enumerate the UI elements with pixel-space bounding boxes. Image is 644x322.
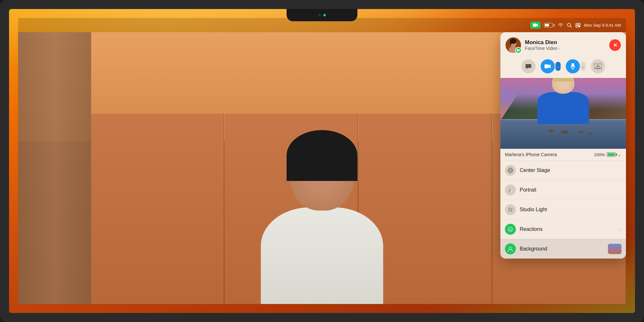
portrait-icon: ƒ <box>505 185 516 195</box>
remote-hair <box>554 78 573 81</box>
menu-item-center-stage[interactable]: Center Stage <box>500 160 626 180</box>
avatar-container <box>506 37 521 53</box>
background-icon <box>505 243 516 254</box>
menubar-facetime-icon[interactable] <box>530 22 541 29</box>
svg-rect-15 <box>545 64 548 68</box>
svg-marker-14 <box>519 49 520 51</box>
menu-item-studio-light[interactable]: Studio Light <box>500 200 626 219</box>
facetime-panel: Monica Dien FaceTime Video › ✕ <box>500 32 626 259</box>
menu-items: Center Stage ƒ Portrait <box>500 160 626 259</box>
remote-head <box>552 78 574 94</box>
search-icon[interactable] <box>567 23 572 28</box>
battery-cap <box>554 24 554 26</box>
remote-body <box>537 92 589 124</box>
svg-point-33 <box>509 229 510 229</box>
menubar-right: Mon Sep 9 9:41 AM <box>530 22 621 29</box>
caller-app[interactable]: FaceTime Video › <box>525 46 605 51</box>
svg-point-23 <box>597 65 599 67</box>
svg-point-34 <box>511 229 512 229</box>
wifi-icon <box>558 23 564 27</box>
menu-item-reactions[interactable]: Reactions › <box>500 219 626 239</box>
reactions-label: Reactions <box>520 226 616 232</box>
menu-item-background[interactable]: Background <box>500 239 626 259</box>
battery-percentage: 100% <box>594 152 605 157</box>
remote-person <box>534 78 592 124</box>
reactions-chevron: › <box>620 227 621 232</box>
screen-container: Mon Sep 9 9:41 AM <box>0 0 644 322</box>
video-button-group: ⌄ <box>541 59 561 73</box>
studio-light-icon <box>505 204 516 215</box>
person-head <box>290 137 354 211</box>
svg-marker-16 <box>548 64 551 68</box>
svg-point-25 <box>509 169 511 171</box>
camera-battery-bar <box>607 152 616 157</box>
svg-point-24 <box>508 168 513 173</box>
svg-rect-17 <box>572 63 574 67</box>
mic-button[interactable] <box>566 59 580 73</box>
svg-rect-0 <box>533 24 536 27</box>
reactions-icon <box>505 224 516 235</box>
camera-dot-1 <box>318 14 321 16</box>
svg-point-5 <box>578 23 580 25</box>
control-center-icon[interactable] <box>575 23 581 28</box>
svg-point-7 <box>578 25 580 27</box>
video-button[interactable] <box>541 59 555 73</box>
screen: Mon Sep 9 9:41 AM <box>9 9 635 313</box>
camera-name: Marlena's iPhone Camera <box>505 152 557 157</box>
person-body <box>261 207 383 304</box>
svg-point-32 <box>508 227 513 232</box>
background-thumbnail <box>608 244 621 254</box>
caller-app-chevron: › <box>559 46 560 51</box>
mic-button-group: ⌄ <box>566 59 586 73</box>
mic-chevron[interactable]: ⌄ <box>581 62 586 71</box>
portrait-label: Portrait <box>520 187 621 193</box>
center-stage-icon <box>505 165 516 176</box>
svg-rect-13 <box>517 49 519 51</box>
remote-video <box>500 78 626 149</box>
battery-body <box>544 23 553 27</box>
screen-share-button[interactable] <box>591 59 605 73</box>
curtain <box>18 32 91 304</box>
battery-icon <box>544 23 554 27</box>
center-stage-label: Center Stage <box>520 167 621 173</box>
battery-fill <box>545 24 549 26</box>
menu-item-portrait[interactable]: ƒ Portrait <box>500 180 626 200</box>
camera-dot-active <box>323 14 326 16</box>
background-label: Background <box>520 246 604 252</box>
svg-point-35 <box>509 247 512 250</box>
svg-marker-1 <box>536 24 538 27</box>
camera-battery-fill <box>608 153 615 156</box>
video-chevron[interactable]: ⌄ <box>555 62 561 71</box>
svg-rect-20 <box>594 63 601 69</box>
svg-rect-12 <box>510 41 511 45</box>
menubar-datetime: Mon Sep 9 9:41 AM <box>584 23 621 28</box>
svg-point-4 <box>576 23 578 25</box>
message-button[interactable] <box>521 59 535 73</box>
thumb-scene <box>608 244 621 254</box>
camera-battery: 100% ⌄ <box>594 152 621 157</box>
person-hair <box>287 130 357 181</box>
close-button[interactable]: ✕ <box>609 39 621 51</box>
panel-header: Monica Dien FaceTime Video › ✕ <box>500 32 626 57</box>
svg-point-6 <box>576 25 578 27</box>
caller-name: Monica Dien <box>525 39 605 46</box>
camera-bar: Marlena's iPhone Camera 100% ⌄ <box>500 149 626 160</box>
camera-dropdown-chevron[interactable]: ⌄ <box>618 152 621 157</box>
local-person <box>109 59 535 304</box>
facetime-badge <box>515 47 522 53</box>
svg-line-3 <box>570 26 572 27</box>
controls-row: ⌄ ⌄ <box>500 57 626 78</box>
studio-light-label: Studio Light <box>520 207 621 213</box>
notch <box>287 9 357 21</box>
svg-text:ƒ: ƒ <box>508 188 511 193</box>
caller-info: Monica Dien FaceTime Video › <box>525 39 605 51</box>
svg-marker-31 <box>508 207 513 212</box>
